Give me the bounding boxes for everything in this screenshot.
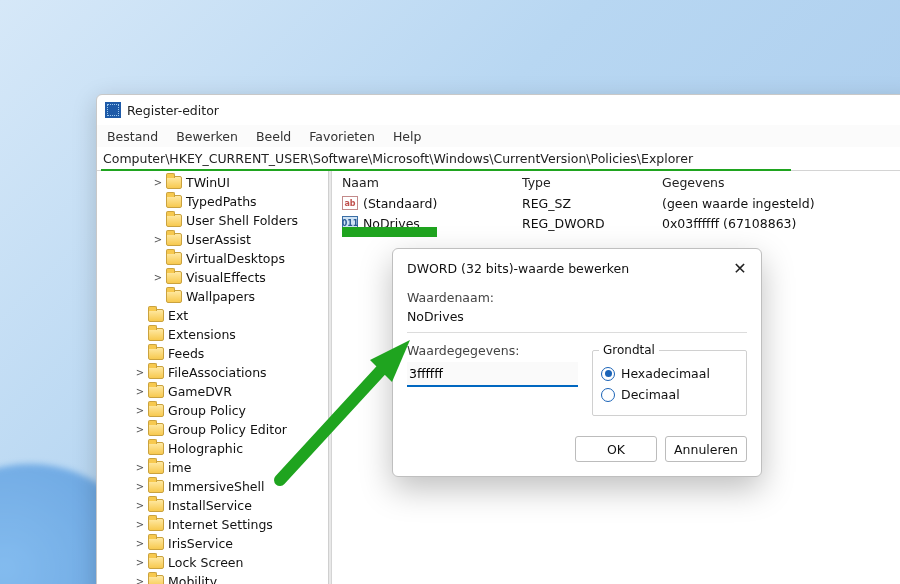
tree-item[interactable]: >FileAssociations: [97, 363, 331, 382]
tree-item[interactable]: >Group Policy Editor: [97, 420, 331, 439]
tree-item[interactable]: TypedPaths: [97, 192, 331, 211]
folder-icon: [148, 499, 164, 512]
folder-icon: [148, 385, 164, 398]
tree-label: InstallService: [168, 498, 252, 513]
expand-icon[interactable]: >: [135, 500, 145, 511]
string-icon: ab: [342, 196, 358, 210]
expand-icon[interactable]: >: [135, 481, 145, 492]
tree-item[interactable]: >InstallService: [97, 496, 331, 515]
tree-label: TypedPaths: [186, 194, 257, 209]
base-group: Grondtal Hexadecimaal Decimaal: [592, 343, 747, 416]
column-headers[interactable]: Naam Type Gegevens: [332, 171, 900, 193]
tree-label: IrisService: [168, 536, 233, 551]
col-name[interactable]: Naam: [342, 175, 522, 190]
tree-label: Ext: [168, 308, 188, 323]
tree-label: GameDVR: [168, 384, 232, 399]
col-data[interactable]: Gegevens: [662, 175, 900, 190]
expand-icon[interactable]: >: [135, 462, 145, 473]
tree-label: Internet Settings: [168, 517, 273, 532]
radio-hex-icon: [601, 367, 615, 381]
menu-view[interactable]: Beeld: [256, 129, 291, 144]
menu-help[interactable]: Help: [393, 129, 422, 144]
expand-icon[interactable]: >: [135, 367, 145, 378]
app-icon: [105, 102, 121, 118]
dialog-title: DWORD (32 bits)-waarde bewerken: [407, 261, 629, 276]
tree-item[interactable]: VirtualDesktops: [97, 249, 331, 268]
tree-label: TWinUI: [186, 175, 230, 190]
window-title: Register-editor: [127, 103, 219, 118]
tree-item[interactable]: >TWinUI: [97, 173, 331, 192]
tree-label: Lock Screen: [168, 555, 243, 570]
tree-item[interactable]: >ime: [97, 458, 331, 477]
highlight-bar: [342, 227, 437, 237]
expand-icon[interactable]: >: [135, 405, 145, 416]
tree-item[interactable]: Extensions: [97, 325, 331, 344]
address-bar[interactable]: Computer\HKEY_CURRENT_USER\Software\Micr…: [97, 147, 900, 171]
radio-dec[interactable]: Decimaal: [593, 384, 746, 405]
folder-icon: [148, 442, 164, 455]
tree-item[interactable]: Ext: [97, 306, 331, 325]
value-row[interactable]: ab(Standaard)REG_SZ(geen waarde ingestel…: [332, 193, 900, 213]
tree-item[interactable]: >Lock Screen: [97, 553, 331, 572]
folder-icon: [148, 461, 164, 474]
tree-item[interactable]: Holographic: [97, 439, 331, 458]
expand-icon[interactable]: >: [135, 424, 145, 435]
tree-label: UserAssist: [186, 232, 251, 247]
folder-icon: [148, 423, 164, 436]
menu-edit[interactable]: Bewerken: [176, 129, 238, 144]
base-label: Grondtal: [599, 343, 659, 357]
close-icon[interactable]: ✕: [731, 259, 749, 278]
folder-icon: [148, 480, 164, 493]
menu-favorites[interactable]: Favorieten: [309, 129, 375, 144]
folder-icon: [148, 404, 164, 417]
address-path: Computer\HKEY_CURRENT_USER\Software\Micr…: [103, 151, 693, 166]
tree-pane[interactable]: >TWinUITypedPathsUser Shell Folders>User…: [97, 171, 332, 584]
ok-button[interactable]: OK: [575, 436, 657, 462]
expand-icon[interactable]: >: [135, 576, 145, 584]
folder-icon: [166, 271, 182, 284]
expand-icon[interactable]: >: [153, 177, 163, 188]
expand-icon[interactable]: >: [153, 234, 163, 245]
folder-icon: [166, 176, 182, 189]
tree-item[interactable]: >Group Policy: [97, 401, 331, 420]
menu-file[interactable]: Bestand: [107, 129, 158, 144]
expand-icon[interactable]: >: [135, 557, 145, 568]
cancel-button[interactable]: Annuleren: [665, 436, 747, 462]
tree-label: User Shell Folders: [186, 213, 298, 228]
folder-icon: [148, 328, 164, 341]
value-name: NoDrives: [407, 305, 747, 326]
radio-hex[interactable]: Hexadecimaal: [593, 363, 746, 384]
tree-label: ime: [168, 460, 191, 475]
tree-label: Group Policy Editor: [168, 422, 287, 437]
tree-label: VisualEffects: [186, 270, 266, 285]
expand-icon[interactable]: >: [135, 386, 145, 397]
tree-item[interactable]: >Mobility: [97, 572, 331, 584]
value-data-input[interactable]: [407, 362, 578, 387]
col-type[interactable]: Type: [522, 175, 662, 190]
tree-item[interactable]: Feeds: [97, 344, 331, 363]
tree-item[interactable]: >UserAssist: [97, 230, 331, 249]
expand-icon[interactable]: >: [135, 538, 145, 549]
tree-item[interactable]: >GameDVR: [97, 382, 331, 401]
folder-icon: [148, 366, 164, 379]
folder-icon: [166, 214, 182, 227]
folder-icon: [166, 195, 182, 208]
tree-item[interactable]: User Shell Folders: [97, 211, 331, 230]
tree-label: FileAssociations: [168, 365, 267, 380]
titlebar[interactable]: Register-editor: [97, 95, 900, 125]
tree-item[interactable]: >VisualEffects: [97, 268, 331, 287]
folder-icon: [148, 347, 164, 360]
tree-item[interactable]: Wallpapers: [97, 287, 331, 306]
tree-label: Mobility: [168, 574, 217, 584]
tree-item[interactable]: >ImmersiveShell: [97, 477, 331, 496]
tree-label: Feeds: [168, 346, 204, 361]
tree-label: ImmersiveShell: [168, 479, 264, 494]
expand-icon[interactable]: >: [135, 519, 145, 530]
tree-item[interactable]: >Internet Settings: [97, 515, 331, 534]
value-name-label: Waardenaam:: [407, 290, 747, 305]
tree-label: Wallpapers: [186, 289, 255, 304]
folder-icon: [148, 518, 164, 531]
expand-icon[interactable]: >: [153, 272, 163, 283]
tree-item[interactable]: >IrisService: [97, 534, 331, 553]
folder-icon: [148, 537, 164, 550]
